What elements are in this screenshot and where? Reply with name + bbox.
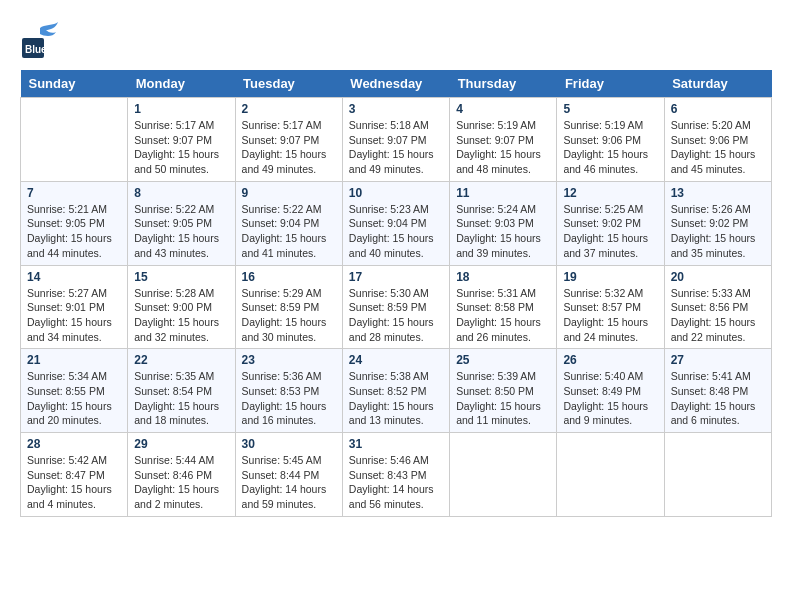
calendar-cell: 18Sunrise: 5:31 AM Sunset: 8:58 PM Dayli… [450, 265, 557, 349]
day-number: 13 [671, 186, 765, 200]
calendar-week-row: 1Sunrise: 5:17 AM Sunset: 9:07 PM Daylig… [21, 98, 772, 182]
day-of-week-header: Monday [128, 70, 235, 98]
day-info: Sunrise: 5:19 AM Sunset: 9:06 PM Dayligh… [563, 118, 657, 177]
calendar-cell: 17Sunrise: 5:30 AM Sunset: 8:59 PM Dayli… [342, 265, 449, 349]
day-number: 28 [27, 437, 121, 451]
day-info: Sunrise: 5:41 AM Sunset: 8:48 PM Dayligh… [671, 369, 765, 428]
calendar-cell: 31Sunrise: 5:46 AM Sunset: 8:43 PM Dayli… [342, 433, 449, 517]
day-info: Sunrise: 5:40 AM Sunset: 8:49 PM Dayligh… [563, 369, 657, 428]
day-number: 4 [456, 102, 550, 116]
day-number: 5 [563, 102, 657, 116]
day-info: Sunrise: 5:27 AM Sunset: 9:01 PM Dayligh… [27, 286, 121, 345]
header: Blue [20, 20, 772, 60]
day-number: 23 [242, 353, 336, 367]
day-info: Sunrise: 5:36 AM Sunset: 8:53 PM Dayligh… [242, 369, 336, 428]
day-number: 27 [671, 353, 765, 367]
day-number: 7 [27, 186, 121, 200]
svg-text:Blue: Blue [25, 44, 47, 55]
calendar-cell: 8Sunrise: 5:22 AM Sunset: 9:05 PM Daylig… [128, 181, 235, 265]
day-of-week-header: Sunday [21, 70, 128, 98]
calendar-cell: 25Sunrise: 5:39 AM Sunset: 8:50 PM Dayli… [450, 349, 557, 433]
day-number: 6 [671, 102, 765, 116]
calendar-cell [21, 98, 128, 182]
day-number: 10 [349, 186, 443, 200]
calendar-week-row: 28Sunrise: 5:42 AM Sunset: 8:47 PM Dayli… [21, 433, 772, 517]
calendar-table: SundayMondayTuesdayWednesdayThursdayFrid… [20, 70, 772, 517]
calendar-cell: 13Sunrise: 5:26 AM Sunset: 9:02 PM Dayli… [664, 181, 771, 265]
day-number: 25 [456, 353, 550, 367]
day-number: 29 [134, 437, 228, 451]
calendar-cell: 30Sunrise: 5:45 AM Sunset: 8:44 PM Dayli… [235, 433, 342, 517]
day-info: Sunrise: 5:30 AM Sunset: 8:59 PM Dayligh… [349, 286, 443, 345]
calendar-header-row: SundayMondayTuesdayWednesdayThursdayFrid… [21, 70, 772, 98]
day-info: Sunrise: 5:29 AM Sunset: 8:59 PM Dayligh… [242, 286, 336, 345]
day-of-week-header: Friday [557, 70, 664, 98]
calendar-week-row: 14Sunrise: 5:27 AM Sunset: 9:01 PM Dayli… [21, 265, 772, 349]
day-info: Sunrise: 5:34 AM Sunset: 8:55 PM Dayligh… [27, 369, 121, 428]
day-info: Sunrise: 5:21 AM Sunset: 9:05 PM Dayligh… [27, 202, 121, 261]
day-info: Sunrise: 5:45 AM Sunset: 8:44 PM Dayligh… [242, 453, 336, 512]
day-number: 21 [27, 353, 121, 367]
calendar-cell: 24Sunrise: 5:38 AM Sunset: 8:52 PM Dayli… [342, 349, 449, 433]
day-of-week-header: Tuesday [235, 70, 342, 98]
day-number: 19 [563, 270, 657, 284]
day-info: Sunrise: 5:22 AM Sunset: 9:04 PM Dayligh… [242, 202, 336, 261]
calendar-cell: 3Sunrise: 5:18 AM Sunset: 9:07 PM Daylig… [342, 98, 449, 182]
calendar-cell: 16Sunrise: 5:29 AM Sunset: 8:59 PM Dayli… [235, 265, 342, 349]
day-info: Sunrise: 5:32 AM Sunset: 8:57 PM Dayligh… [563, 286, 657, 345]
day-number: 26 [563, 353, 657, 367]
day-number: 15 [134, 270, 228, 284]
day-number: 3 [349, 102, 443, 116]
day-info: Sunrise: 5:20 AM Sunset: 9:06 PM Dayligh… [671, 118, 765, 177]
calendar-cell: 15Sunrise: 5:28 AM Sunset: 9:00 PM Dayli… [128, 265, 235, 349]
calendar-cell: 29Sunrise: 5:44 AM Sunset: 8:46 PM Dayli… [128, 433, 235, 517]
day-number: 11 [456, 186, 550, 200]
day-number: 18 [456, 270, 550, 284]
calendar-cell [450, 433, 557, 517]
calendar-cell: 2Sunrise: 5:17 AM Sunset: 9:07 PM Daylig… [235, 98, 342, 182]
day-of-week-header: Thursday [450, 70, 557, 98]
day-number: 14 [27, 270, 121, 284]
day-info: Sunrise: 5:17 AM Sunset: 9:07 PM Dayligh… [242, 118, 336, 177]
day-info: Sunrise: 5:18 AM Sunset: 9:07 PM Dayligh… [349, 118, 443, 177]
calendar-cell: 4Sunrise: 5:19 AM Sunset: 9:07 PM Daylig… [450, 98, 557, 182]
calendar-cell: 23Sunrise: 5:36 AM Sunset: 8:53 PM Dayli… [235, 349, 342, 433]
calendar-cell: 6Sunrise: 5:20 AM Sunset: 9:06 PM Daylig… [664, 98, 771, 182]
day-info: Sunrise: 5:23 AM Sunset: 9:04 PM Dayligh… [349, 202, 443, 261]
logo-icon: Blue [20, 20, 60, 60]
day-number: 30 [242, 437, 336, 451]
day-of-week-header: Saturday [664, 70, 771, 98]
day-info: Sunrise: 5:22 AM Sunset: 9:05 PM Dayligh… [134, 202, 228, 261]
day-info: Sunrise: 5:33 AM Sunset: 8:56 PM Dayligh… [671, 286, 765, 345]
day-info: Sunrise: 5:19 AM Sunset: 9:07 PM Dayligh… [456, 118, 550, 177]
day-info: Sunrise: 5:42 AM Sunset: 8:47 PM Dayligh… [27, 453, 121, 512]
day-number: 12 [563, 186, 657, 200]
calendar-cell: 12Sunrise: 5:25 AM Sunset: 9:02 PM Dayli… [557, 181, 664, 265]
day-number: 9 [242, 186, 336, 200]
day-number: 8 [134, 186, 228, 200]
day-info: Sunrise: 5:28 AM Sunset: 9:00 PM Dayligh… [134, 286, 228, 345]
calendar-cell: 7Sunrise: 5:21 AM Sunset: 9:05 PM Daylig… [21, 181, 128, 265]
calendar-cell: 11Sunrise: 5:24 AM Sunset: 9:03 PM Dayli… [450, 181, 557, 265]
day-info: Sunrise: 5:26 AM Sunset: 9:02 PM Dayligh… [671, 202, 765, 261]
day-info: Sunrise: 5:35 AM Sunset: 8:54 PM Dayligh… [134, 369, 228, 428]
calendar-cell: 20Sunrise: 5:33 AM Sunset: 8:56 PM Dayli… [664, 265, 771, 349]
day-info: Sunrise: 5:31 AM Sunset: 8:58 PM Dayligh… [456, 286, 550, 345]
calendar-cell: 5Sunrise: 5:19 AM Sunset: 9:06 PM Daylig… [557, 98, 664, 182]
calendar-week-row: 21Sunrise: 5:34 AM Sunset: 8:55 PM Dayli… [21, 349, 772, 433]
calendar-cell: 22Sunrise: 5:35 AM Sunset: 8:54 PM Dayli… [128, 349, 235, 433]
calendar-cell [557, 433, 664, 517]
calendar-cell: 28Sunrise: 5:42 AM Sunset: 8:47 PM Dayli… [21, 433, 128, 517]
calendar-cell: 19Sunrise: 5:32 AM Sunset: 8:57 PM Dayli… [557, 265, 664, 349]
day-info: Sunrise: 5:39 AM Sunset: 8:50 PM Dayligh… [456, 369, 550, 428]
day-number: 1 [134, 102, 228, 116]
calendar-cell: 27Sunrise: 5:41 AM Sunset: 8:48 PM Dayli… [664, 349, 771, 433]
calendar-week-row: 7Sunrise: 5:21 AM Sunset: 9:05 PM Daylig… [21, 181, 772, 265]
day-number: 16 [242, 270, 336, 284]
calendar-cell: 14Sunrise: 5:27 AM Sunset: 9:01 PM Dayli… [21, 265, 128, 349]
calendar-cell: 9Sunrise: 5:22 AM Sunset: 9:04 PM Daylig… [235, 181, 342, 265]
day-info: Sunrise: 5:24 AM Sunset: 9:03 PM Dayligh… [456, 202, 550, 261]
day-info: Sunrise: 5:44 AM Sunset: 8:46 PM Dayligh… [134, 453, 228, 512]
day-number: 17 [349, 270, 443, 284]
day-info: Sunrise: 5:25 AM Sunset: 9:02 PM Dayligh… [563, 202, 657, 261]
